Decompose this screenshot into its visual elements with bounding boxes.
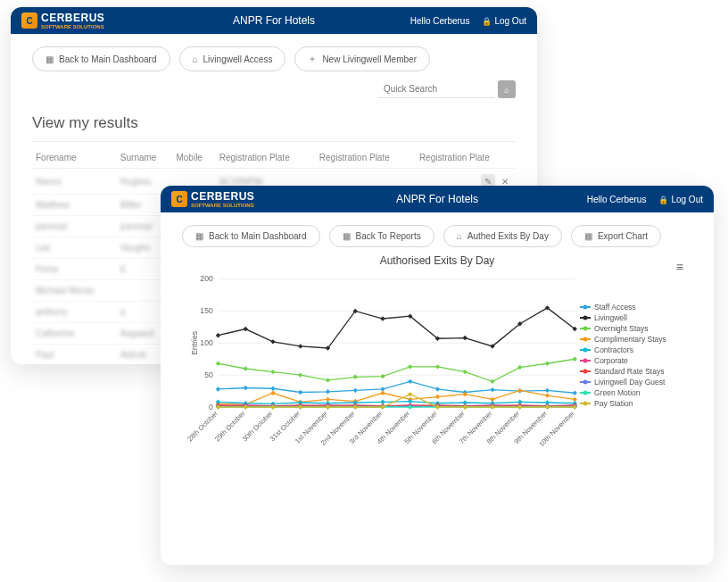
label: Back To Reports (356, 231, 421, 241)
grid-icon: ▦ (195, 231, 203, 241)
chart-container: Authorised Exits By Day ≡ 050100150200En… (182, 254, 692, 455)
legend-item[interactable]: Contractors (580, 345, 687, 354)
logo-sub: SOFTWARE SOLUTIONS (41, 24, 104, 29)
svg-rect-25 (216, 387, 220, 391)
label: New Livingwell Member (322, 54, 417, 64)
divider (32, 141, 516, 142)
svg-text:150: 150 (200, 306, 213, 315)
col-header: Mobile (172, 147, 215, 169)
legend-item[interactable]: Livingwell (580, 313, 687, 322)
search-input[interactable] (378, 80, 494, 98)
app-title: ANPR For Hotels (233, 14, 315, 27)
svg-rect-29 (326, 389, 330, 394)
svg-rect-55 (270, 370, 275, 374)
search-button[interactable]: ⌕ (498, 80, 516, 98)
legend-item[interactable]: Corporate (580, 356, 687, 365)
home-icon: ⌂ (457, 231, 462, 241)
svg-text:200: 200 (200, 274, 213, 283)
export-chart-button[interactable]: ▦ Export Chart (571, 225, 661, 247)
svg-rect-32 (408, 379, 412, 384)
authed-exits-button[interactable]: ⌂ Authed Exits By Day (443, 225, 562, 247)
svg-rect-33 (435, 387, 440, 391)
app-title: ANPR For Hotels (396, 193, 478, 205)
svg-rect-35 (490, 387, 494, 392)
svg-rect-45 (380, 316, 385, 320)
greeting: Hello Cerberus (587, 195, 647, 204)
svg-rect-62 (463, 370, 467, 374)
col-header: Registration Plate (316, 147, 416, 169)
svg-rect-56 (298, 372, 302, 377)
svg-rect-26 (243, 386, 247, 390)
logo-text: CERBERUS (41, 12, 104, 24)
legend-item[interactable]: Staff Access (580, 303, 687, 312)
svg-rect-27 (270, 387, 275, 391)
legend-item[interactable]: Green Motion (580, 388, 687, 397)
svg-rect-42 (298, 344, 302, 348)
svg-rect-57 (326, 378, 330, 382)
home-icon: ⌂ (193, 54, 198, 64)
label: Authed Exits By Day (467, 231, 549, 241)
grid-icon: ▦ (46, 54, 54, 64)
label: Back to Main Dashboard (59, 54, 157, 64)
svg-rect-37 (545, 388, 550, 393)
search-icon: ⌕ (504, 85, 509, 95)
back-dashboard-button[interactable]: ▦ Back to Main Dashboard (182, 225, 320, 247)
titlebar: C CERBERUS SOFTWARE SOLUTIONS ANPR For H… (11, 7, 537, 34)
label: Back to Main Dashboard (209, 231, 307, 241)
svg-rect-65 (545, 362, 550, 366)
logo-text: CERBERUS (191, 190, 254, 203)
chart-title: Authorised Exits By Day (182, 254, 692, 267)
svg-rect-73 (380, 391, 385, 395)
logo-sub: SOFTWARE SOLUTIONS (191, 203, 254, 208)
svg-rect-66 (573, 357, 577, 362)
plus-icon: ＋ (308, 53, 317, 65)
svg-rect-53 (216, 362, 220, 366)
svg-rect-39 (216, 333, 220, 337)
svg-text:50: 50 (204, 370, 213, 379)
svg-rect-158 (408, 392, 412, 396)
chart-menu-icon[interactable]: ≡ (676, 260, 683, 274)
svg-rect-48 (463, 336, 467, 340)
svg-rect-40 (243, 327, 247, 331)
svg-rect-64 (517, 365, 522, 370)
svg-rect-78 (517, 388, 522, 393)
legend-item[interactable]: Standard Rate Stays (580, 367, 687, 376)
svg-rect-38 (573, 391, 577, 395)
legend-item[interactable]: Overnight Stays (580, 324, 687, 333)
col-header: Forename (32, 147, 117, 169)
svg-rect-60 (408, 364, 412, 369)
label: Livingwell Access (203, 54, 273, 64)
svg-rect-61 (435, 364, 440, 369)
logout-link[interactable]: Log Out (482, 16, 526, 26)
titlebar: C CERBERUS SOFTWARE SOLUTIONS ANPR For H… (161, 186, 714, 212)
legend-item[interactable]: Complimentary Stays (580, 335, 687, 344)
svg-text:Entries: Entries (190, 331, 199, 355)
livingwell-access-button[interactable]: ⌂ Livingwell Access (179, 46, 286, 71)
logo: C CERBERUS SOFTWARE SOLUTIONS (171, 190, 254, 208)
greeting: Hello Cerberus (410, 16, 470, 26)
svg-rect-79 (545, 393, 550, 397)
chart-plot: 050100150200Entries28th October29th Octo… (187, 270, 580, 450)
new-member-button[interactable]: ＋ New Livingwell Member (294, 46, 430, 71)
legend-item[interactable]: Pay Station (580, 399, 687, 408)
svg-text:100: 100 (200, 338, 213, 347)
window-chart: C CERBERUS SOFTWARE SOLUTIONS ANPR For H… (161, 186, 714, 565)
logo-icon: C (21, 12, 37, 29)
col-header: Registration Plate (216, 147, 316, 169)
svg-rect-69 (270, 391, 275, 395)
label: Export Chart (598, 231, 648, 241)
svg-rect-54 (243, 366, 247, 370)
col-header: Surname (117, 147, 173, 169)
grid-icon: ▦ (343, 231, 351, 241)
svg-rect-75 (435, 395, 440, 399)
col-header: Registration Plate (416, 147, 516, 169)
logout-link[interactable]: Log Out (658, 195, 703, 204)
svg-rect-30 (353, 388, 358, 393)
back-reports-button[interactable]: ▦ Back To Reports (329, 225, 434, 247)
legend-item[interactable]: Livingwell Day Guest (580, 378, 687, 387)
logo: C CERBERUS SOFTWARE SOLUTIONS (21, 12, 104, 29)
svg-rect-63 (490, 379, 494, 384)
back-dashboard-button[interactable]: ▦ Back to Main Dashboard (32, 46, 170, 71)
grid-icon: ▦ (584, 231, 592, 241)
page-title: View my results (32, 114, 516, 132)
